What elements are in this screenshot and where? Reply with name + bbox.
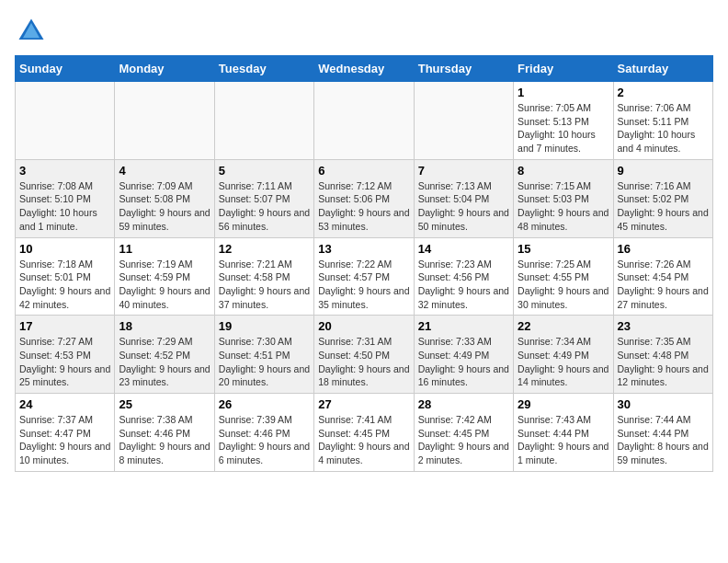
day-cell: 18Sunrise: 7:29 AM Sunset: 4:52 PM Dayli… [115,316,214,394]
day-info: Sunrise: 7:18 AM Sunset: 5:01 PM Dayligh… [19,258,110,312]
day-info: Sunrise: 7:13 AM Sunset: 5:04 PM Dayligh… [418,179,509,234]
day-cell: 10Sunrise: 7:18 AM Sunset: 5:01 PM Dayli… [16,237,115,316]
calendar-header: SundayMondayTuesdayWednesdayThursdayFrid… [16,56,713,82]
day-info: Sunrise: 7:38 AM Sunset: 4:46 PM Dayligh… [119,413,210,467]
week-row-1: 1Sunrise: 7:05 AM Sunset: 5:13 PM Daylig… [16,82,713,160]
day-number: 18 [119,319,210,333]
day-cell: 17Sunrise: 7:27 AM Sunset: 4:53 PM Dayli… [16,316,115,394]
day-info: Sunrise: 7:25 AM Sunset: 4:55 PM Dayligh… [518,258,609,312]
day-cell: 30Sunrise: 7:44 AM Sunset: 4:44 PM Dayli… [613,394,712,472]
day-info: Sunrise: 7:19 AM Sunset: 4:59 PM Dayligh… [119,258,210,312]
day-number: 16 [618,242,709,256]
day-of-week-sunday: Sunday [16,56,115,82]
day-number: 14 [418,242,509,256]
day-number: 19 [219,319,310,333]
day-info: Sunrise: 7:26 AM Sunset: 4:54 PM Dayligh… [618,258,709,312]
day-cell: 6Sunrise: 7:12 AM Sunset: 5:06 PM Daylig… [314,159,414,237]
day-cell: 26Sunrise: 7:39 AM Sunset: 4:46 PM Dayli… [214,394,313,472]
calendar: SundayMondayTuesdayWednesdayThursdayFrid… [15,55,713,472]
day-info: Sunrise: 7:22 AM Sunset: 4:57 PM Dayligh… [318,258,409,312]
day-info: Sunrise: 7:34 AM Sunset: 4:49 PM Dayligh… [518,335,609,389]
day-cell: 9Sunrise: 7:16 AM Sunset: 5:02 PM Daylig… [613,159,712,237]
day-number: 6 [318,164,409,178]
week-row-5: 24Sunrise: 7:37 AM Sunset: 4:47 PM Dayli… [16,394,713,472]
day-info: Sunrise: 7:44 AM Sunset: 4:44 PM Dayligh… [618,413,709,467]
day-cell: 24Sunrise: 7:37 AM Sunset: 4:47 PM Dayli… [16,394,115,472]
day-number: 12 [219,242,310,256]
day-info: Sunrise: 7:41 AM Sunset: 4:45 PM Dayligh… [318,413,409,467]
day-cell: 8Sunrise: 7:15 AM Sunset: 5:03 PM Daylig… [514,159,613,237]
day-cell [314,82,414,160]
day-cell: 27Sunrise: 7:41 AM Sunset: 4:45 PM Dayli… [314,394,414,472]
logo-icon [15,15,48,48]
day-number: 29 [518,397,609,411]
day-info: Sunrise: 7:29 AM Sunset: 4:52 PM Dayligh… [119,335,210,389]
day-cell: 25Sunrise: 7:38 AM Sunset: 4:46 PM Dayli… [115,394,214,472]
header [15,15,713,48]
day-number: 15 [518,242,609,256]
day-number: 8 [518,164,609,178]
day-number: 4 [119,164,210,178]
day-number: 13 [318,242,409,256]
day-cell: 23Sunrise: 7:35 AM Sunset: 4:48 PM Dayli… [613,316,712,394]
day-number: 5 [219,164,310,178]
day-info: Sunrise: 7:33 AM Sunset: 4:49 PM Dayligh… [418,335,509,389]
day-cell: 14Sunrise: 7:23 AM Sunset: 4:56 PM Dayli… [414,237,513,316]
day-number: 9 [618,164,709,178]
day-info: Sunrise: 7:39 AM Sunset: 4:46 PM Dayligh… [219,413,310,467]
day-info: Sunrise: 7:31 AM Sunset: 4:50 PM Dayligh… [318,335,409,389]
day-number: 24 [19,397,110,411]
week-row-2: 3Sunrise: 7:08 AM Sunset: 5:10 PM Daylig… [16,159,713,237]
day-info: Sunrise: 7:30 AM Sunset: 4:51 PM Dayligh… [219,335,310,389]
day-info: Sunrise: 7:37 AM Sunset: 4:47 PM Dayligh… [19,413,110,467]
day-cell: 3Sunrise: 7:08 AM Sunset: 5:10 PM Daylig… [16,159,115,237]
day-cell: 29Sunrise: 7:43 AM Sunset: 4:44 PM Dayli… [514,394,613,472]
day-info: Sunrise: 7:23 AM Sunset: 4:56 PM Dayligh… [418,258,509,312]
day-info: Sunrise: 7:15 AM Sunset: 5:03 PM Dayligh… [518,179,609,234]
day-of-week-tuesday: Tuesday [214,56,313,82]
day-cell [214,82,313,160]
day-info: Sunrise: 7:35 AM Sunset: 4:48 PM Dayligh… [618,335,709,389]
day-info: Sunrise: 7:05 AM Sunset: 5:13 PM Dayligh… [518,101,609,155]
day-info: Sunrise: 7:27 AM Sunset: 4:53 PM Dayligh… [19,335,110,389]
day-number: 21 [418,319,509,333]
day-number: 7 [418,164,509,178]
day-cell: 22Sunrise: 7:34 AM Sunset: 4:49 PM Dayli… [514,316,613,394]
days-of-week-row: SundayMondayTuesdayWednesdayThursdayFrid… [16,56,713,82]
day-cell: 19Sunrise: 7:30 AM Sunset: 4:51 PM Dayli… [214,316,313,394]
day-info: Sunrise: 7:42 AM Sunset: 4:45 PM Dayligh… [418,413,509,467]
day-cell: 13Sunrise: 7:22 AM Sunset: 4:57 PM Dayli… [314,237,414,316]
day-number: 26 [219,397,310,411]
day-cell: 16Sunrise: 7:26 AM Sunset: 4:54 PM Dayli… [613,237,712,316]
day-number: 1 [518,86,609,99]
logo [15,15,51,48]
day-number: 25 [119,397,210,411]
day-number: 28 [418,397,509,411]
day-cell: 20Sunrise: 7:31 AM Sunset: 4:50 PM Dayli… [314,316,414,394]
day-number: 2 [618,86,709,99]
day-cell: 7Sunrise: 7:13 AM Sunset: 5:04 PM Daylig… [414,159,513,237]
day-number: 20 [318,319,409,333]
day-number: 17 [19,319,110,333]
day-cell: 21Sunrise: 7:33 AM Sunset: 4:49 PM Dayli… [414,316,513,394]
day-cell: 12Sunrise: 7:21 AM Sunset: 4:58 PM Dayli… [214,237,313,316]
day-info: Sunrise: 7:43 AM Sunset: 4:44 PM Dayligh… [518,413,609,467]
day-of-week-wednesday: Wednesday [314,56,414,82]
day-number: 27 [318,397,409,411]
day-of-week-thursday: Thursday [414,56,513,82]
day-number: 23 [618,319,709,333]
day-of-week-monday: Monday [115,56,214,82]
day-info: Sunrise: 7:08 AM Sunset: 5:10 PM Dayligh… [19,179,110,234]
day-number: 22 [518,319,609,333]
day-cell: 28Sunrise: 7:42 AM Sunset: 4:45 PM Dayli… [414,394,513,472]
day-cell: 1Sunrise: 7:05 AM Sunset: 5:13 PM Daylig… [514,82,613,160]
day-cell [115,82,214,160]
day-info: Sunrise: 7:06 AM Sunset: 5:11 PM Dayligh… [618,101,709,155]
day-cell: 11Sunrise: 7:19 AM Sunset: 4:59 PM Dayli… [115,237,214,316]
day-info: Sunrise: 7:11 AM Sunset: 5:07 PM Dayligh… [219,179,310,234]
day-cell [16,82,115,160]
day-number: 30 [618,397,709,411]
day-info: Sunrise: 7:21 AM Sunset: 4:58 PM Dayligh… [219,258,310,312]
day-number: 10 [19,242,110,256]
week-row-3: 10Sunrise: 7:18 AM Sunset: 5:01 PM Dayli… [16,237,713,316]
